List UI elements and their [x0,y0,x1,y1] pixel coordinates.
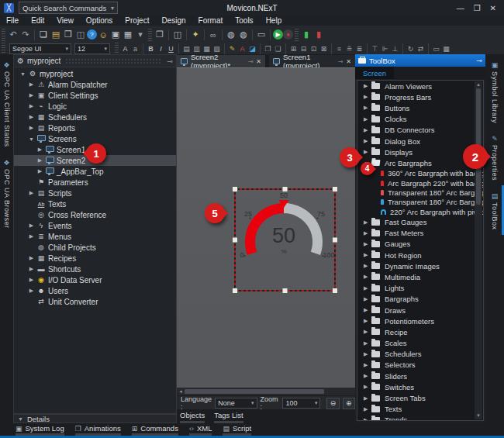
side-tab-toolbox[interactable]: ▤ToolBox [485,185,504,235]
doc-tab-screen2-myproject-[interactable]: Screen2 (myproject)*⊸✕ [177,55,265,67]
tree-expander-icon[interactable]: ▶ [27,255,36,261]
toolbox-category-potentiometers[interactable]: ▶Potentiometers [357,316,483,326]
toolbox-expander-icon[interactable]: ▶ [364,340,371,347]
align-objects-left-icon[interactable]: ≡ [334,44,344,53]
toolbox-expander-icon[interactable]: ▶ [364,318,371,324]
toolbox-category-multimedia[interactable]: ▶Multimedia [357,271,483,282]
toolbox-expander-icon[interactable]: ▶ [364,406,371,412]
tree-item-shortcuts[interactable]: ▶▬Shortcuts [14,264,176,274]
toolbox-category-dynamic-images[interactable]: ▶Dynamic Images [357,260,483,271]
toolbox-expander-icon[interactable]: ▶ [364,241,371,247]
toolbox-category-clocks[interactable]: ▶Clocks [357,114,483,125]
tree-expander-icon[interactable]: ▶ [27,92,36,98]
toolbox-header[interactable]: ToolBox ⊸ [355,54,485,67]
tree-item--appbar-top[interactable]: ▶_AppBar_Top [14,166,176,177]
tree-item-texts[interactable]: AbTexts [14,198,176,209]
tree-expander-icon[interactable]: ▶ [27,222,36,229]
toolbox-category-buttons[interactable]: ▶Buttons [357,102,483,113]
side-tab-symbol-library[interactable]: ▣Symbol Library [485,54,504,128]
menu-edit[interactable]: Edit [25,16,50,25]
font-family-select[interactable]: Segoe UI ▾ [9,43,71,54]
toolbox-category-fast-gauges[interactable]: ▶Fast Gauges [357,216,483,227]
toolbox-expander-icon[interactable]: ▶ [364,219,371,226]
tree-expander-icon[interactable]: ▶ [27,114,36,120]
menu-format[interactable]: Format [192,16,230,25]
save-project-icon[interactable]: ❒ [62,29,74,41]
bottom-tab-system-log[interactable]: ▣System Log [16,423,64,436]
toolbox-expander-icon[interactable]: ▶ [364,94,371,100]
toolbar-grip[interactable] [115,43,119,55]
open-project-icon[interactable]: ▤ [50,29,62,41]
chevron-down-icon[interactable]: ▾ [111,5,114,12]
menu-view[interactable]: View [50,16,80,25]
feedback-smiley-icon[interactable]: ☺ [97,29,109,41]
more-caret[interactable]: ▾ [134,29,147,41]
flip-icon[interactable]: ⇄ [416,44,426,53]
hscroll-thumb[interactable] [185,389,324,394]
redo-icon[interactable]: ↷ [19,29,32,41]
toolbox-expander-icon[interactable]: ▶ [364,83,371,89]
tree-item-client-settings[interactable]: ▶▣Client Settings [14,90,176,101]
menu-help[interactable]: Help [260,16,288,25]
toolbox-category-sliders[interactable]: ▶Sliders [357,371,483,381]
toolbar-grip[interactable] [295,29,299,41]
toolbox-expander-icon[interactable]: ▶ [364,263,371,269]
select-tool-icon[interactable]: ▭ [255,29,268,41]
scroll-down-icon[interactable]: ▼ [476,412,481,419]
align-bottom-icon[interactable]: ⊥ [390,44,400,53]
zoom-in-button[interactable]: ⊕ [343,398,355,409]
fill-color-icon[interactable]: ◪ [247,44,257,53]
tree-expander-icon[interactable]: ▶ [27,277,36,283]
save-icon[interactable]: ▣ [109,29,122,41]
tree-item-cross-reference[interactable]: ◎Cross Reference [14,209,176,220]
screen-canvas[interactable]: 0 25 50 75 100 50 % [177,67,355,388]
toolbox-expander-icon[interactable]: ▶ [364,116,371,122]
help-icon[interactable]: ? [87,29,97,40]
toolbox-category-progress-bars[interactable]: ▶Progress Bars [357,91,483,102]
tree-item-unit-converter[interactable]: ⇄Unit Converter [14,296,176,307]
toolbox-category-hot-region[interactable]: ▶Hot Region [357,250,483,260]
tree-expander-icon[interactable]: ▶ [36,168,44,174]
tree-expander-icon[interactable]: ▶ [27,288,36,294]
wsb-icon[interactable]: ◍ [237,29,250,41]
scroll-left-icon[interactable]: ◂ [177,388,185,395]
toolbar-grip[interactable] [2,29,5,41]
stop-icon[interactable]: ● [283,29,293,40]
tab-screen[interactable]: Screen [355,67,394,79]
menu-project[interactable]: Project [119,16,155,25]
rotate-icon[interactable]: ↻ [406,44,416,53]
toolbox-expander-icon[interactable]: ▶ [364,105,371,111]
toolbar-grip[interactable] [2,43,5,55]
menu-options[interactable]: Options [80,16,119,25]
toolbox-category-scales[interactable]: ▶Scales [357,338,483,349]
tree-item-myproject[interactable]: ▼⚙myproject [14,68,176,79]
tree-item-events[interactable]: ▶ϟEvents [14,220,176,231]
align-objects-center-icon[interactable]: ≞ [344,44,354,53]
bold-icon[interactable]: B [146,44,156,53]
align-middle-icon[interactable]: ⊩ [380,44,390,53]
close-icon[interactable]: ✕ [256,58,261,65]
import-icon[interactable]: ◫ [74,29,87,41]
duplicate-screen-icon[interactable]: ◫ [171,29,184,41]
run-icon[interactable]: ▶ [273,29,283,40]
tree-item-alarm-dispatcher[interactable]: ▶⚠Alarm Dispatcher [14,79,176,90]
tree-item-menus[interactable]: ▶≣Menus [14,231,176,242]
tree-expander-icon[interactable]: ▶ [36,157,44,164]
toolbox-category-lights[interactable]: ▶Lights [357,283,483,294]
tab-tags-list[interactable]: Tags List [214,409,243,423]
pin-icon[interactable]: ⊸ [248,58,254,65]
toolbox-category-draws[interactable]: ▶Draws [357,305,483,316]
tree-expander-icon[interactable]: ▶ [27,190,36,196]
tree-expander-icon[interactable]: ▶ [27,125,36,131]
tree-expander-icon[interactable]: ▶ [27,233,36,240]
tree-item-recipes[interactable]: ▶▦Recipes [14,253,176,264]
font-grow-icon[interactable]: A [120,44,130,53]
tree-item-i-o-data-server[interactable]: ▶◉I/O Data Server [14,274,176,285]
send-back-icon[interactable]: ❏ [273,44,283,53]
toolbox-expander-icon[interactable]: ▶ [364,296,371,302]
paste-icon[interactable]: ❐ [154,29,166,41]
tree-item-screens[interactable]: ▼Screens [14,133,176,144]
link-icon[interactable]: ∞ [207,29,219,41]
pin-icon[interactable]: ⊸ [338,58,343,65]
grid-icon[interactable]: ▦ [441,44,451,53]
